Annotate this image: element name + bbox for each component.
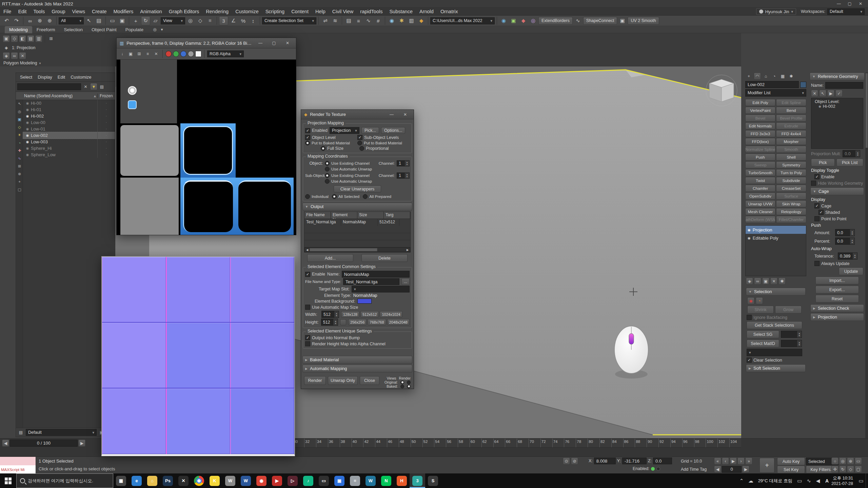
maps-icon[interactable]: ◉ xyxy=(254,473,269,488)
reference-coordinate-dropdown[interactable]: View xyxy=(161,17,185,24)
sub-object-levels-checkbox[interactable]: Sub-Object Levels xyxy=(357,135,399,140)
configure-modifier-sets-icon[interactable]: ✱ xyxy=(778,278,786,285)
ribbon-tab[interactable]: Selection xyxy=(60,26,87,33)
modifier-button[interactable]: Edit Normals xyxy=(745,122,775,129)
output-column-header[interactable]: File Name xyxy=(304,212,331,219)
frozen-toggle[interactable]: · xyxy=(97,139,115,145)
menu-item[interactable]: Group xyxy=(48,8,68,16)
object-mode-icon[interactable]: ⊞ xyxy=(47,35,55,42)
object-channel-spinner[interactable]: 1▲▼ xyxy=(397,160,410,166)
current-frame-field[interactable]: 0 xyxy=(722,466,742,473)
current-stack-level[interactable]: 1: Projection xyxy=(12,45,35,50)
frozen-toggle[interactable]: · xyxy=(97,151,115,158)
automatic-mapping-rollout-header[interactable]: ▶Automatic Mapping xyxy=(302,365,412,372)
select-sg-button[interactable]: Select SG xyxy=(747,330,779,338)
delete-output-button[interactable]: Delete xyxy=(361,254,408,262)
shape-tool-icon[interactable]: ∿ xyxy=(573,16,583,25)
modifier-button[interactable]: Subdivide xyxy=(776,177,806,184)
redo-button[interactable]: ↷ xyxy=(12,16,21,25)
modifier-button[interactable]: FFD 3x3x3 xyxy=(745,130,775,137)
modifier-button[interactable]: Fillet/Chamfer xyxy=(776,216,806,223)
modifier-button[interactable]: Turn to Poly xyxy=(776,169,806,176)
go-to-start-button[interactable]: « xyxy=(714,458,721,465)
search-input[interactable] xyxy=(17,83,81,90)
network-tray-icon[interactable]: ∿ xyxy=(804,476,813,485)
modifier-button[interactable]: PathDeform (WSM) xyxy=(745,216,775,223)
Hi-00[interactable]: ◉ Hi-00 · xyxy=(23,100,115,106)
baked-render-radio[interactable] xyxy=(407,385,411,388)
modifier-button[interactable]: Sweep xyxy=(745,161,775,168)
use-pivot-center-button[interactable]: ◎ xyxy=(186,16,195,25)
modifier-button[interactable]: CreaseSet xyxy=(776,185,806,192)
plugin-toolbar-icon[interactable]: ◎ xyxy=(529,16,538,25)
naver-icon[interactable]: N xyxy=(378,473,394,488)
maximize-viewport-toggle[interactable]: ▢ xyxy=(855,466,862,473)
modifier-button[interactable]: Chamfer xyxy=(745,185,775,192)
x-coordinate-field[interactable]: 8.008 xyxy=(594,458,616,464)
object-existing-channel-radio[interactable]: Use Existing Channel xyxy=(325,161,377,166)
youtube-icon[interactable]: ▶ xyxy=(269,473,285,488)
scene-explorer-menu-item[interactable]: Display xyxy=(35,73,55,81)
width-spinner[interactable]: 512▲▼ xyxy=(321,311,339,318)
file-explorer-icon[interactable]: ⌂ xyxy=(144,473,160,488)
maximize-button[interactable]: ▢ xyxy=(844,0,855,8)
x-app-icon[interactable]: ✕ xyxy=(176,473,191,488)
selection-filter-dropdown[interactable]: All xyxy=(59,17,84,24)
modifier-button[interactable]: TurboSmooth xyxy=(745,169,775,176)
frame-tick[interactable]: 64 xyxy=(493,439,505,447)
frame-tick[interactable]: 38 xyxy=(340,439,352,447)
volume-tray-icon[interactable]: ◀ xyxy=(813,476,823,485)
cage-checkbox[interactable]: Cage xyxy=(814,203,831,208)
size-preset-button[interactable]: 512x512 xyxy=(360,311,379,318)
select-and-link-button[interactable]: ∞ xyxy=(25,16,35,25)
proportion-mult-spinner[interactable]: 0.0▲▼ xyxy=(843,150,860,157)
frame-tick[interactable]: 34 xyxy=(316,439,328,447)
object-auto-unwrap-radio[interactable]: Use Automatic Unwrap xyxy=(325,167,372,171)
frame-tick[interactable]: 32 xyxy=(304,439,316,447)
rtt-minimize-button[interactable]: — xyxy=(386,110,397,118)
bind-to-space-warp-button[interactable]: ⊕ xyxy=(45,16,54,25)
rfw-maximize-button[interactable]: ▢ xyxy=(269,39,279,47)
output-column-header[interactable]: Size xyxy=(357,212,384,219)
music-icon[interactable]: ♪ xyxy=(300,473,316,488)
Low-01[interactable]: ◉ Low-01 · xyxy=(23,126,115,132)
modifier-button[interactable]: Morpher xyxy=(776,138,806,145)
reference-name-field[interactable] xyxy=(825,82,863,89)
modifier-button[interactable]: Bevel xyxy=(745,115,775,122)
select-by-name-button[interactable]: ▤ xyxy=(94,16,103,25)
explorer-mode-icon[interactable]: ▤ xyxy=(17,429,24,436)
menu-item[interactable]: Substance xyxy=(386,8,416,16)
hancom-icon[interactable]: H xyxy=(394,473,410,488)
element-mode-icon[interactable]: ▥ xyxy=(35,35,42,42)
frame-tick[interactable]: 76 xyxy=(564,439,576,447)
tray-chevron-up-icon[interactable]: ⌃ xyxy=(737,476,746,485)
size-preset-button[interactable]: 768x768 xyxy=(368,319,386,325)
rfw-minimize-button[interactable]: — xyxy=(255,39,266,47)
se-containers-filter-icon[interactable]: ▢ xyxy=(16,186,23,194)
render-button[interactable]: Render xyxy=(304,376,326,385)
menu-item[interactable]: rapidTools xyxy=(357,8,386,16)
task-view-button[interactable]: ▦ xyxy=(113,473,129,488)
height-map-alpha-checkbox[interactable]: Render Height Map into Alpha Channel xyxy=(305,341,386,346)
modifier-button[interactable]: Symmetry xyxy=(776,161,806,168)
save-image-icon[interactable]: ↓ xyxy=(119,50,126,58)
menu-item[interactable]: Rendering xyxy=(202,8,232,16)
output-table-row[interactable]: Test_Normal.tga NormalsMap 512x512 xyxy=(304,219,410,226)
visibility-icon[interactable]: ◉ xyxy=(24,127,31,131)
original-render-radio[interactable] xyxy=(407,381,411,384)
Hi-01[interactable]: ◉ Hi-01 · xyxy=(23,106,115,113)
menu-item[interactable]: Create xyxy=(88,8,110,16)
frame-tick[interactable]: 56 xyxy=(446,439,458,447)
get-stack-selections-button[interactable]: Get Stack Selections xyxy=(747,321,802,329)
modifier-button[interactable]: Smooth xyxy=(776,146,806,153)
border-mode-icon[interactable]: ◧ xyxy=(19,35,26,42)
browse-file-button[interactable]: ... xyxy=(401,278,410,285)
clear-image-icon[interactable]: ✕ xyxy=(153,50,160,58)
frame-tick[interactable]: 84 xyxy=(611,439,623,447)
select-and-scale-button[interactable]: ▱ xyxy=(151,16,160,25)
sub-existing-channel-radio[interactable]: Use Existing Channel xyxy=(325,173,377,178)
modifier-button[interactable]: Bevel Profile xyxy=(776,115,806,122)
projection-options-button[interactable]: Options... xyxy=(381,127,406,134)
frame-tick[interactable]: 102 xyxy=(717,439,729,447)
create-tab-icon[interactable]: + xyxy=(745,73,752,80)
